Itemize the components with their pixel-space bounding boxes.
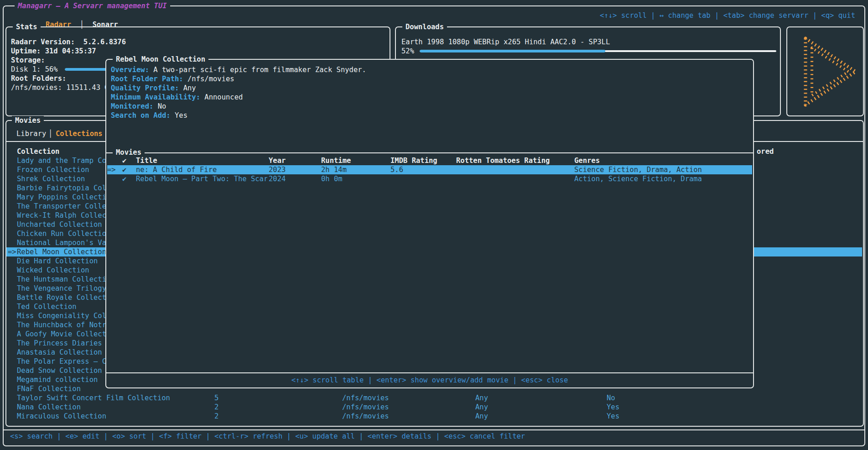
monitored-check-icon: ✔ [122, 174, 126, 183]
movie-runtime: 2h 14m [321, 165, 347, 174]
radarr-version: Radarr Version: 5.2.6.8376 [11, 37, 126, 47]
collection-details-modal: Rebel Moon Collection Overview: A two-pa… [105, 59, 754, 388]
collection-name: Wicked Collection [17, 266, 89, 275]
movie-genres: Action, Science Fiction, Drama [574, 174, 702, 183]
collection-root-folder: /nfs/movies [342, 403, 389, 412]
download-item-name: Earth 1998 1080p WEBRip x265 Hindi AAC2.… [401, 37, 610, 47]
collection-name: Rebel Moon Collection [17, 247, 106, 256]
collection-name: Shrek Collection [17, 174, 85, 183]
movie-year: 2023 [269, 165, 286, 174]
collection-name: Die Hard Collection [17, 256, 98, 266]
movie-year: 2024 [269, 174, 286, 183]
root-folders-label: Root Folders: [11, 74, 66, 83]
bottom-keybinds: <s> search | <e> edit | <o> sort | <f> f… [10, 432, 525, 441]
field-overview: Overview: A two-part sci-fi epic from fi… [111, 65, 366, 74]
collection-row[interactable]: Taylor Swift Concert Film Collection5/nf… [6, 393, 862, 403]
collection-name: Barbie Fairytopia Col [17, 183, 106, 193]
logo-panel [786, 26, 864, 116]
downloads-title: Downloads [402, 22, 447, 31]
collection-name: Dead Snow Collection [17, 366, 102, 375]
collection-name: The Huntsman Collecti [17, 275, 106, 284]
collection-monitored: Yes [607, 412, 619, 421]
stats-title: Stats [13, 22, 41, 31]
collection-row[interactable]: Miraculous Collection2/nfs/moviesAnyYes [6, 412, 862, 421]
collection-name: The Vengeance Trilogy [17, 284, 106, 293]
download-gauge [420, 50, 776, 52]
collection-movie-count: 2 [214, 412, 218, 421]
collection-name: Ted Collection [17, 302, 77, 311]
movie-runtime: 0h 0m [321, 174, 343, 183]
storage-label: Storage: [11, 56, 45, 65]
play-logo-icon [787, 27, 863, 115]
download-gauge-fill [420, 50, 605, 52]
collection-name: The Hunchback of Notr [17, 320, 106, 330]
field-minimum-availability: Minimum Availability: Announced [111, 93, 243, 102]
uptime: Uptime: 31d 04:35:37 [11, 47, 96, 56]
movies-table-top-line [106, 152, 753, 153]
modal-title: Rebel Moon Collection [113, 55, 208, 64]
collection-name: National Lampoon's Va [17, 238, 106, 247]
field-search-on-add: Search on Add: Yes [111, 111, 187, 120]
movie-genres: Science Fiction, Drama, Action [574, 165, 702, 174]
movie-row[interactable]: ✔Rebel Moon – Part Two: The Scar20240h 0… [107, 174, 752, 183]
modal-footer-keybinds: <↑↓> scroll table | <enter> show overvie… [106, 376, 753, 385]
collection-quality-profile: Any [475, 393, 488, 403]
collection-quality-profile: Any [475, 412, 488, 421]
col-runtime: Runtime [321, 156, 351, 165]
field-root-folder: Root Folder Path: /nfs/movies [111, 74, 234, 84]
collection-name: The Princess Diaries [17, 339, 102, 348]
col-imdb-rating: IMDB Rating [390, 156, 437, 165]
movies-table-title: Movies [113, 148, 145, 157]
top-keybinds: <↑↓> scroll | ↔ change tab | <tab> chang… [600, 11, 855, 20]
collection-name: Chicken Run Collectio [17, 229, 106, 238]
managarr-screen: Managarr – A Servarr management TUI Rada… [0, 0, 868, 450]
tab-library[interactable]: Library [16, 129, 46, 138]
field-quality-profile: Quality Profile: Any [111, 84, 196, 93]
monitored-column-header-fragment: ored [757, 147, 774, 156]
collection-monitored: Yes [607, 403, 619, 412]
selected-row-arrow: => [107, 165, 116, 174]
collection-name: Taylor Swift Concert Film Collection [17, 393, 170, 403]
collection-name: Anastasia Collection [17, 348, 102, 357]
collection-name: Miss Congeniality Col [17, 311, 106, 320]
collection-column-header: Collection [17, 147, 59, 156]
movies-table-bottom-line [106, 372, 753, 373]
collection-name: The Transporter Colle [17, 202, 106, 211]
collection-name: Megamind collection [17, 375, 98, 384]
movie-row[interactable]: =>✔ne: A Child of Fire20232h 14m5.6Scien… [107, 165, 752, 174]
collection-name: Miraculous Collection [17, 412, 106, 421]
collection-name: Nana Collection [17, 403, 81, 412]
col-rotten-tomatoes-rating: Rotten Tomatoes Rating [456, 156, 550, 165]
collection-quality-profile: Any [475, 403, 488, 412]
tab-collections[interactable]: Collections [56, 129, 103, 138]
help-bar-separator [3, 429, 865, 430]
tab-divider: │ [48, 129, 52, 138]
monitored-check-icon: ✔ [122, 165, 126, 174]
collection-root-folder: /nfs/movies [342, 393, 389, 403]
collection-movie-count: 2 [214, 403, 218, 412]
col-title: Title [136, 156, 157, 165]
col-year: Year [269, 156, 286, 165]
collection-name: Uncharted Collection [17, 220, 102, 229]
disk-usage: Disk 1: 56% [11, 65, 58, 74]
collection-row[interactable]: Nana Collection2/nfs/moviesAnyYes [6, 403, 862, 412]
field-monitored: Monitored: No [111, 102, 166, 111]
collection-name: Lady and the Tramp Co [17, 156, 106, 165]
collection-name: Wreck-It Ralph Collec [17, 211, 106, 220]
col-check: ✔ [122, 156, 126, 165]
collection-name: FNaF Collection [17, 384, 81, 393]
collection-name: Battle Royale Collect [17, 293, 106, 302]
selected-row-arrow: => [8, 247, 16, 256]
collection-monitored: No [607, 393, 615, 403]
app-title: Managarr – A Servarr management TUI [15, 1, 170, 10]
root-folder-size: /nfs/movies: 11511.43 GB [11, 83, 113, 92]
collection-name: Mary Poppins Collecti [17, 193, 106, 202]
collection-movie-count: 5 [214, 393, 218, 403]
collection-name: Frozen Collection [17, 165, 89, 174]
download-percent: 52% [401, 47, 414, 56]
movies-panel-title: Movies [12, 116, 44, 125]
movie-title: Rebel Moon – Part Two: The Scar [136, 174, 267, 183]
movie-imdb-rating: 5.6 [390, 165, 403, 174]
collection-root-folder: /nfs/movies [342, 412, 389, 421]
collection-name: A Goofy Movie Collect [17, 330, 106, 339]
